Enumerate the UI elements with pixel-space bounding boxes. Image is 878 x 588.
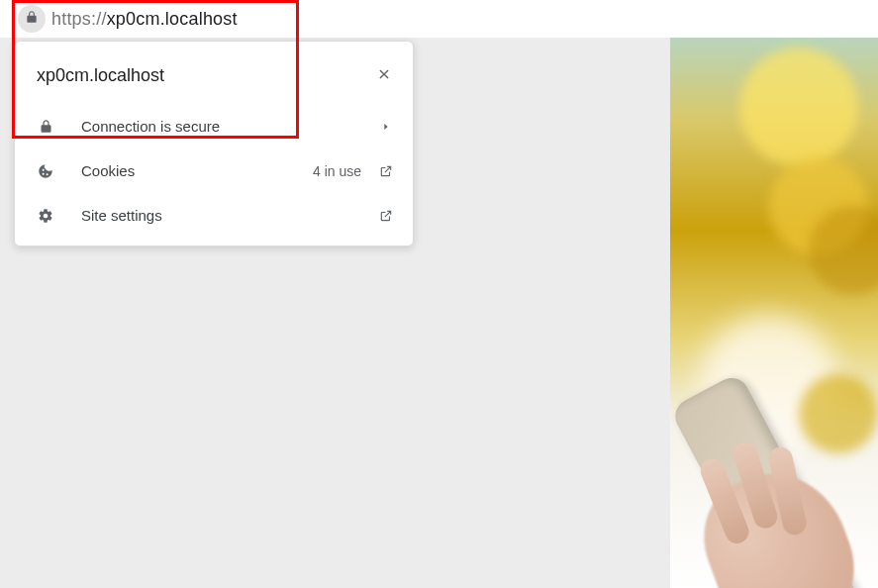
popup-site-title: xp0cm.localhost — [37, 65, 164, 86]
site-settings-label: Site settings — [81, 207, 379, 224]
open-external-icon — [379, 164, 393, 178]
close-button[interactable] — [375, 67, 393, 85]
site-information-popup: xp0cm.localhost Connection is secure — [14, 41, 414, 246]
site-settings-row[interactable]: Site settings — [15, 193, 413, 238]
page-hero-photo — [670, 38, 878, 588]
url-scheme: https:// — [51, 9, 107, 29]
connection-label: Connection is secure — [81, 118, 379, 135]
chevron-right-icon — [379, 122, 393, 132]
gear-icon — [37, 208, 54, 224]
cookies-count: 4 in use — [313, 163, 361, 179]
url-display[interactable]: https://xp0cm.localhost — [51, 9, 238, 30]
close-icon — [377, 67, 391, 85]
open-external-icon — [379, 209, 393, 223]
popup-header: xp0cm.localhost — [15, 42, 413, 104]
lock-icon — [37, 119, 54, 134]
address-bar[interactable]: https://xp0cm.localhost — [0, 0, 878, 38]
lock-icon — [25, 10, 39, 28]
site-info-button[interactable] — [18, 5, 46, 33]
cookie-icon — [37, 163, 54, 179]
cookies-row[interactable]: Cookies 4 in use — [15, 148, 413, 193]
connection-row[interactable]: Connection is secure — [15, 104, 413, 148]
cookies-label: Cookies — [81, 162, 313, 179]
url-host: xp0cm.localhost — [107, 9, 238, 29]
